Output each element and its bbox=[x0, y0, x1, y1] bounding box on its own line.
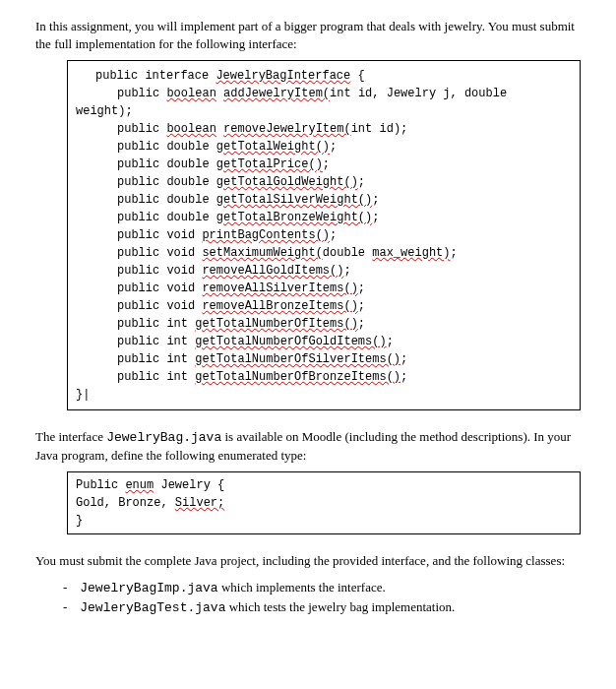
paragraph-3: You must submit the complete Java projec… bbox=[35, 552, 581, 570]
code-text: ; bbox=[372, 211, 379, 224]
code-text: ; bbox=[323, 157, 330, 171]
code-text: public double bbox=[117, 175, 216, 189]
squiggle-text: getTotalGoldWeight() bbox=[216, 175, 358, 189]
class-list: - JewelryBagImp.java which implements th… bbox=[63, 578, 581, 618]
squiggle-text: boolean bbox=[166, 122, 216, 136]
squiggle-text: max_weight) bbox=[372, 246, 450, 260]
inline-code: JewelryBagImp.java bbox=[80, 581, 217, 595]
code-line: public void setMaximumWeight(double max_… bbox=[76, 244, 572, 262]
code-text: double bbox=[323, 246, 372, 260]
code-text: ; bbox=[387, 335, 394, 348]
code-text: public double bbox=[117, 211, 216, 224]
squiggle-text: boolean bbox=[166, 87, 216, 100]
code-text: public void bbox=[117, 228, 202, 242]
inline-code: JewleryBagTest.java bbox=[80, 600, 225, 615]
code-text: public int bbox=[117, 335, 195, 348]
interface-code-block: public interface JewelryBagInterface { p… bbox=[67, 60, 581, 410]
code-line: public double getTotalPrice(); bbox=[76, 156, 572, 173]
code-line: weight); bbox=[76, 102, 572, 120]
code-line: }| bbox=[76, 386, 572, 404]
squiggle-text: setMaximumWeight( bbox=[202, 246, 322, 260]
code-text: public int bbox=[117, 370, 195, 384]
code-text: public void bbox=[117, 299, 202, 313]
intro-paragraph: In this assignment, you will implement p… bbox=[35, 18, 581, 52]
code-text: int id); bbox=[351, 122, 408, 136]
squiggle-text: getTotalSilverWeight() bbox=[216, 193, 372, 207]
code-text bbox=[216, 87, 223, 100]
paragraph-2: The interface JewelryBag.java is availab… bbox=[35, 428, 581, 464]
code-line: public double getTotalWeight(); bbox=[76, 138, 572, 156]
code-text: ; bbox=[358, 299, 365, 313]
para-text: The interface bbox=[35, 429, 106, 444]
code-text: ; bbox=[330, 228, 337, 242]
list-item: - JewleryBagTest.java which tests the je… bbox=[63, 597, 581, 618]
code-text: public bbox=[117, 87, 166, 100]
code-text: public void bbox=[117, 264, 202, 278]
code-text: ; bbox=[450, 246, 457, 260]
bullet-dash: - bbox=[63, 597, 77, 617]
code-text: ; bbox=[372, 193, 379, 207]
code-text: public void bbox=[117, 282, 202, 295]
squiggle-text: getTotalNumberOfBronzeItems() bbox=[195, 370, 400, 384]
code-text: ; bbox=[343, 264, 350, 278]
squiggle-text: getTotalPrice() bbox=[216, 157, 323, 171]
code-line: public void removeAllGoldItems(); bbox=[76, 262, 572, 280]
squiggle-text: getTotalNumberOfGoldItems() bbox=[195, 335, 386, 348]
squiggle-text: Silver; bbox=[175, 496, 224, 510]
code-line: public void removeAllBronzeItems(); bbox=[76, 297, 572, 315]
squiggle-text: removeJewelryItem( bbox=[223, 122, 351, 136]
list-item: - JewelryBagImp.java which implements th… bbox=[63, 578, 581, 598]
squiggle-text: getTotalNumberOfItems() bbox=[195, 317, 358, 331]
code-line: public double getTotalGoldWeight(); bbox=[76, 173, 572, 191]
inline-code: JewelryBag.java bbox=[106, 430, 221, 445]
code-line: public void removeAllSilverItems(); bbox=[76, 280, 572, 297]
code-text: public int bbox=[117, 317, 195, 331]
code-text: ; bbox=[358, 317, 365, 331]
squiggle-text: JewelryBagInterface bbox=[216, 69, 350, 83]
squiggle-text: removeAllGoldItems() bbox=[202, 264, 343, 278]
squiggle-text: addJewelryItem( bbox=[223, 87, 330, 100]
code-line: Public enum Jewelry { bbox=[76, 476, 572, 494]
code-line: public boolean addJewelryItem(int id, Je… bbox=[76, 85, 572, 102]
code-text: public double bbox=[117, 193, 216, 207]
document-page: In this assignment, you will implement p… bbox=[0, 0, 616, 630]
code-line: public int getTotalNumberOfGoldItems(); bbox=[76, 333, 572, 350]
code-text: ; bbox=[358, 175, 365, 189]
code-text: Public bbox=[76, 478, 125, 492]
code-text: int id, Jewelry j, double bbox=[330, 87, 507, 100]
squiggle-text: removeAllSilverItems() bbox=[202, 282, 357, 295]
squiggle-text: removeAllBronzeItems() bbox=[202, 299, 357, 313]
code-text: public void bbox=[117, 246, 202, 260]
code-text: public interface bbox=[95, 69, 216, 83]
code-text: ; bbox=[330, 140, 337, 154]
code-line: public void printBagContents(); bbox=[76, 226, 572, 244]
squiggle-text: printBagContents() bbox=[202, 228, 330, 242]
code-line: public int getTotalNumberOfItems(); bbox=[76, 315, 572, 333]
code-text bbox=[216, 122, 223, 136]
code-text: ; bbox=[400, 370, 407, 384]
bullet-dash: - bbox=[63, 578, 77, 597]
code-line: public double getTotalSilverWeight(); bbox=[76, 191, 572, 209]
squiggle-text: getTotalWeight() bbox=[216, 140, 330, 154]
code-line: public boolean removeJewelryItem(int id)… bbox=[76, 120, 572, 138]
squiggle-text: enum bbox=[125, 478, 154, 492]
code-text: { bbox=[350, 69, 364, 83]
code-line: Gold, Bronze, Silver; bbox=[76, 494, 572, 512]
code-text: public int bbox=[117, 352, 195, 366]
squiggle-text: getTotalNumberOfSilverItems() bbox=[195, 352, 400, 366]
list-text: which tests the jewelry bag implementati… bbox=[225, 599, 455, 614]
code-text: public bbox=[117, 122, 166, 136]
enum-code-block: Public enum Jewelry { Gold, Bronze, Silv… bbox=[67, 471, 581, 534]
code-text: public double bbox=[117, 140, 216, 154]
squiggle-text: getTotalBronzeWeight() bbox=[216, 211, 372, 224]
list-text: which implements the interface. bbox=[218, 580, 386, 595]
code-line: } bbox=[76, 512, 572, 530]
code-text: Jewelry { bbox=[154, 478, 224, 492]
code-line: public int getTotalNumberOfBronzeItems()… bbox=[76, 368, 572, 386]
code-text: Gold, Bronze, bbox=[76, 496, 175, 510]
code-line: public double getTotalBronzeWeight(); bbox=[76, 209, 572, 226]
code-text: ; bbox=[358, 282, 365, 295]
code-text: public double bbox=[117, 157, 216, 171]
code-text: ; bbox=[400, 352, 407, 366]
code-line: public int getTotalNumberOfSilverItems()… bbox=[76, 350, 572, 368]
